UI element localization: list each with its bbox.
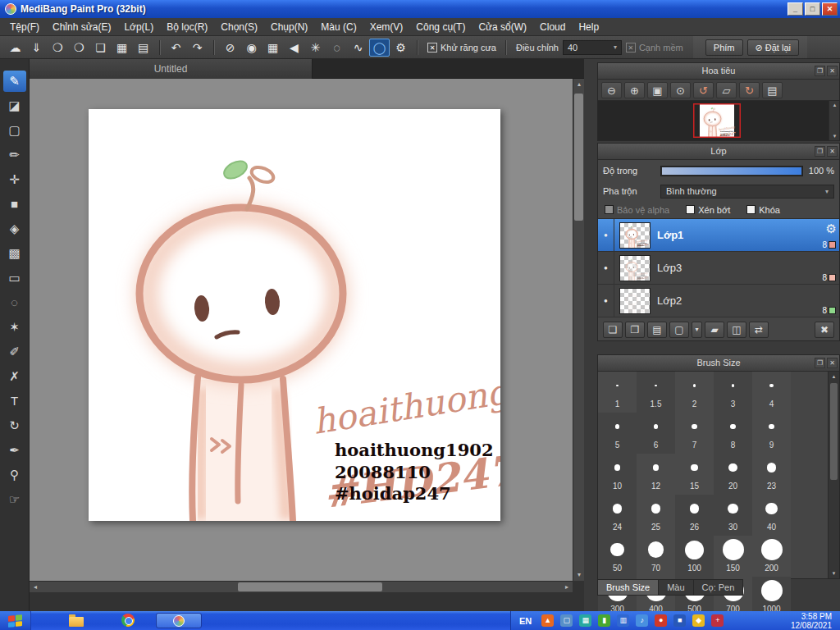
- brush-size-cell[interactable]: 200: [752, 536, 791, 577]
- round-brush-icon[interactable]: ◯: [369, 39, 390, 57]
- tab-color[interactable]: Màu: [659, 579, 693, 596]
- brush-size-cell[interactable]: 26: [675, 495, 714, 536]
- scrollbar-thumb[interactable]: [574, 94, 583, 221]
- scatter-brush-icon[interactable]: ✳: [305, 39, 326, 57]
- undo-icon[interactable]: ↶: [166, 39, 186, 57]
- move-tool[interactable]: ✛: [3, 169, 26, 190]
- brush-size-cell[interactable]: 70: [637, 536, 675, 577]
- brush-panel-header[interactable]: Brush Size ❐✕: [598, 355, 839, 372]
- navigator-header[interactable]: Hoa tiêu ❐✕: [598, 63, 839, 80]
- maximize-button[interactable]: □: [805, 2, 820, 16]
- scrollbar-thumb[interactable]: [830, 383, 838, 480]
- tray-signal-icon[interactable]: ▮: [598, 614, 610, 627]
- adjust-input[interactable]: 40 ▾: [563, 40, 622, 55]
- eyedropper-tool[interactable]: ⚲: [3, 464, 26, 486]
- brush-none-icon[interactable]: ⊘: [220, 39, 240, 57]
- blend-dropdown[interactable]: Bình thường ▾: [660, 185, 834, 199]
- brush-size-cell[interactable]: 7: [675, 413, 714, 454]
- brush-size-cell[interactable]: 100: [675, 536, 714, 577]
- tray-flame-icon[interactable]: ▲: [541, 614, 554, 627]
- lock-checkbox[interactable]: Khóa: [746, 205, 780, 215]
- brush-size-cell[interactable]: 9: [752, 413, 791, 454]
- navigator-preview[interactable]: ▴ ▾: [598, 101, 839, 140]
- layer-row[interactable]: ●Lớp28: [598, 285, 839, 317]
- menu-item[interactable]: Help: [572, 19, 605, 35]
- menu-item[interactable]: Chọn(S): [214, 19, 264, 35]
- start-button[interactable]: [0, 611, 31, 630]
- brush-size-cell[interactable]: 40: [752, 495, 791, 536]
- document-tab[interactable]: Untitled: [30, 59, 313, 79]
- brush-size-cell[interactable]: 150: [714, 536, 752, 577]
- snapshot-icon[interactable]: ▤: [762, 82, 783, 98]
- folder-shortcut[interactable]: [69, 617, 84, 627]
- tray-health-icon[interactable]: +: [711, 614, 724, 627]
- new-layer-button[interactable]: ❏: [603, 322, 623, 338]
- brush-size-cell[interactable]: 30: [714, 495, 752, 536]
- text-tool[interactable]: T: [3, 390, 26, 412]
- brush-size-cell[interactable]: 10: [598, 454, 637, 495]
- chevron-down-icon[interactable]: ▾: [614, 43, 617, 51]
- brush-size-cell[interactable]: 15: [675, 454, 714, 495]
- layer-settings-icon[interactable]: ⚙: [826, 221, 837, 236]
- hand-tool[interactable]: ☞: [3, 489, 26, 510]
- panel-float-button[interactable]: ❐: [815, 358, 825, 368]
- brush-size-cell[interactable]: 2: [675, 372, 714, 413]
- brush-size-cell[interactable]: 6: [637, 413, 675, 454]
- canvas[interactable]: hoaithuong #HD247 hoaithuong1902 2008811…: [89, 109, 500, 521]
- zoom-out-icon[interactable]: ⊖: [601, 82, 622, 98]
- chrome-shortcut[interactable]: [121, 614, 135, 627]
- new-canvas-icon[interactable]: ❏: [90, 39, 111, 57]
- title-bar[interactable]: MediBang Paint Pro (32bit) _□✕: [0, 0, 840, 18]
- cloud-icon[interactable]: ☁: [5, 39, 25, 57]
- brush-size-cell[interactable]: 23: [752, 454, 791, 495]
- comment-icon[interactable]: ❍: [48, 39, 68, 57]
- line-tool[interactable]: ✒: [3, 440, 26, 461]
- eraser-tool[interactable]: ◪: [3, 95, 26, 116]
- protect-alpha-checkbox[interactable]: Bảo vệ alpha: [605, 205, 669, 215]
- rotate-cw-icon[interactable]: ↻: [739, 82, 760, 98]
- duplicate-layer-button[interactable]: ❐: [625, 322, 645, 338]
- clipping-mask-button[interactable]: ◫: [727, 322, 746, 338]
- select-eraser-tool[interactable]: ✗: [3, 366, 26, 387]
- brush-size-cell[interactable]: 50: [598, 536, 637, 577]
- arrow-tool-icon[interactable]: ◀: [284, 39, 304, 57]
- canvas-horizontal-scrollbar[interactable]: ◂ ▸: [30, 581, 573, 592]
- minimize-button[interactable]: _: [788, 2, 803, 16]
- tray-monitor-icon[interactable]: ▢: [560, 614, 573, 627]
- scroll-up-arrow[interactable]: ▴: [829, 101, 840, 109]
- tray-alert-icon[interactable]: ●: [655, 614, 667, 627]
- menu-item[interactable]: Tệp(F): [3, 19, 46, 35]
- brush-size-cell[interactable]: 1: [598, 372, 637, 413]
- scroll-right-arrow[interactable]: ▸: [561, 582, 573, 593]
- language-indicator[interactable]: EN: [519, 616, 532, 626]
- menu-item[interactable]: Bộ lọc(R): [160, 19, 214, 35]
- brush-size-cell[interactable]: 3: [714, 372, 752, 413]
- menu-item[interactable]: Lớp(L): [117, 19, 160, 35]
- panel-close-button[interactable]: ✕: [827, 146, 838, 157]
- menu-item[interactable]: Màu (C): [314, 19, 363, 35]
- panel-float-button[interactable]: ❐: [815, 146, 825, 157]
- menu-item[interactable]: Chỉnh sửa(E): [46, 19, 117, 35]
- menu-item[interactable]: Chụp(N): [264, 19, 314, 35]
- select-pen-tool[interactable]: ✐: [3, 341, 26, 363]
- layer-dropdown-button[interactable]: ▾: [692, 322, 702, 338]
- tray-volume-icon[interactable]: ♪: [636, 614, 648, 627]
- menu-item[interactable]: Cloud: [533, 19, 572, 35]
- tab-brush-size[interactable]: Brush Size: [597, 579, 659, 596]
- scroll-down-arrow[interactable]: ▾: [829, 132, 840, 140]
- magic-wand-tool[interactable]: ✶: [3, 317, 26, 338]
- soft-edge-checkbox[interactable]: ✕ Cạnh mềm: [626, 43, 683, 52]
- panel-close-button[interactable]: ✕: [827, 358, 838, 368]
- medibang-task-button[interactable]: [156, 613, 202, 628]
- navigator-scrollbar[interactable]: ▴ ▾: [829, 101, 839, 140]
- save-icon[interactable]: ⇓: [26, 39, 47, 57]
- scroll-left-arrow[interactable]: ◂: [30, 582, 41, 593]
- clipping-checkbox[interactable]: Xén bớt: [686, 205, 730, 215]
- rotate-ccw-icon[interactable]: ↺: [693, 82, 714, 98]
- brush-size-cell[interactable]: 5: [598, 413, 637, 454]
- zoom-100-icon[interactable]: ⊙: [670, 82, 691, 98]
- tray-network-icon[interactable]: ▥: [617, 614, 629, 627]
- transfer-button[interactable]: ⇄: [749, 322, 769, 338]
- gradient-tool[interactable]: ▩: [3, 243, 26, 264]
- soft-brush-icon[interactable]: ◉: [241, 39, 262, 57]
